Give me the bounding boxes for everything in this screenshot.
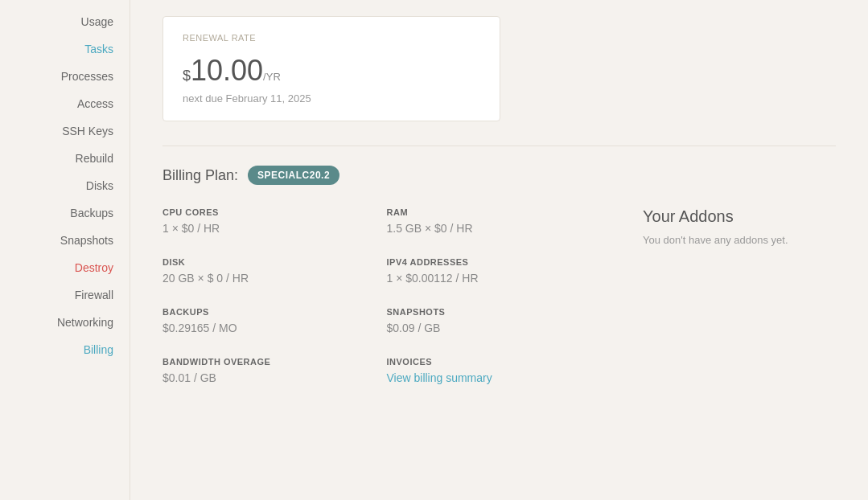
sidebar-item-tasks[interactable]: Tasks	[0, 35, 130, 63]
view-billing-link[interactable]: View billing summary	[387, 371, 492, 384]
renewal-price: $10.00/YR	[183, 54, 480, 88]
ram-label: RAM	[387, 207, 611, 217]
ipv4-label: IPV4 ADDRESSES	[387, 257, 611, 267]
plan-badge: SPECIALC20.2	[248, 166, 339, 185]
ram-value: 1.5 GB × $0 / HR	[387, 222, 611, 235]
renewal-amount: 10.00	[191, 54, 263, 87]
cpu-label: CPU CORES	[162, 207, 387, 217]
billing-left-column: CPU CORES 1 × $0 / HR DISK 20 GB × $ 0 /…	[162, 207, 387, 407]
billing-plan-row: Billing Plan: SPECIALC20.2	[162, 166, 836, 185]
sidebar-item-disks[interactable]: Disks	[0, 172, 130, 199]
billing-item-invoices: INVOICES View billing summary	[387, 357, 611, 384]
cpu-value: 1 × $0 / HR	[162, 222, 387, 235]
renewal-due-date: next due February 11, 2025	[183, 92, 480, 105]
sidebar-item-processes[interactable]: Processes	[0, 63, 130, 90]
billing-item-cpu: CPU CORES 1 × $0 / HR	[162, 207, 387, 235]
billing-item-snapshots: SNAPSHOTS $0.09 / GB	[387, 307, 611, 334]
sidebar-item-access[interactable]: Access	[0, 90, 130, 117]
addons-empty-message: You don't have any addons yet.	[643, 234, 836, 246]
billing-item-backups: BACKUPS $0.29165 / MO	[162, 307, 387, 334]
main-content: RENEWAL RATE $10.00/YR next due February…	[130, 0, 868, 500]
billing-item-disk: DISK 20 GB × $ 0 / HR	[162, 257, 387, 285]
billing-item-ipv4: IPV4 ADDRESSES 1 × $0.00112 / HR	[387, 257, 611, 285]
sidebar-item-ssh-keys[interactable]: SSH Keys	[0, 117, 130, 145]
sidebar-item-billing[interactable]: Billing	[0, 336, 130, 363]
invoices-label: INVOICES	[387, 357, 611, 367]
disk-value: 20 GB × $ 0 / HR	[162, 272, 387, 285]
snapshots-label: SNAPSHOTS	[387, 307, 611, 317]
billing-item-ram: RAM 1.5 GB × $0 / HR	[387, 207, 611, 235]
bandwidth-label: BANDWIDTH OVERAGE	[162, 357, 387, 367]
renewal-dollar: $	[183, 68, 191, 84]
sidebar-item-usage[interactable]: Usage	[0, 8, 130, 35]
sidebar-item-networking[interactable]: Networking	[0, 309, 130, 336]
renewal-card: RENEWAL RATE $10.00/YR next due February…	[162, 16, 500, 121]
billing-right-column: RAM 1.5 GB × $0 / HR IPV4 ADDRESSES 1 × …	[387, 207, 611, 407]
renewal-section-label: RENEWAL RATE	[183, 33, 480, 43]
ipv4-value: 1 × $0.00112 / HR	[387, 272, 611, 285]
sidebar-item-rebuild[interactable]: Rebuild	[0, 145, 130, 172]
sidebar-item-firewall[interactable]: Firewall	[0, 281, 130, 309]
billing-plan-label: Billing Plan:	[162, 167, 238, 184]
sidebar-item-destroy[interactable]: Destroy	[0, 254, 130, 281]
renewal-period: /YR	[263, 71, 281, 83]
sidebar-item-backups[interactable]: Backups	[0, 199, 130, 227]
invoices-value: View billing summary	[387, 371, 611, 384]
billing-item-bandwidth: BANDWIDTH OVERAGE $0.01 / GB	[162, 357, 387, 384]
section-divider	[162, 145, 836, 146]
sidebar: Usage Tasks Processes Access SSH Keys Re…	[0, 0, 130, 500]
backups-value: $0.29165 / MO	[162, 322, 387, 334]
backups-label: BACKUPS	[162, 307, 387, 317]
billing-content: CPU CORES 1 × $0 / HR DISK 20 GB × $ 0 /…	[162, 207, 836, 407]
disk-label: DISK	[162, 257, 387, 267]
addons-section: Your Addons You don't have any addons ye…	[611, 207, 836, 407]
sidebar-item-snapshots[interactable]: Snapshots	[0, 227, 130, 254]
addons-title: Your Addons	[643, 207, 836, 226]
bandwidth-value: $0.01 / GB	[162, 371, 387, 384]
snapshots-value: $0.09 / GB	[387, 322, 611, 334]
